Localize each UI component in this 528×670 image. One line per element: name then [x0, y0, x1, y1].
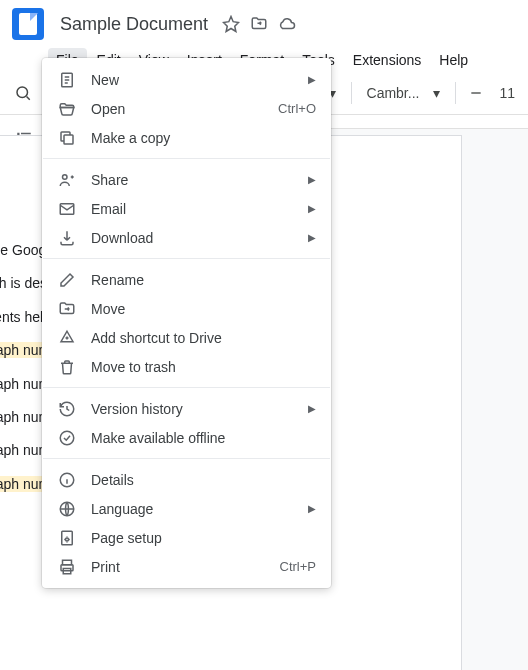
- menuitem-language[interactable]: Language ▶: [43, 494, 330, 523]
- menuitem-email[interactable]: Email ▶: [43, 194, 330, 223]
- submenu-arrow-icon: ▶: [308, 74, 316, 85]
- download-icon: [57, 228, 77, 248]
- menuitem-label: Make available offline: [91, 430, 316, 446]
- menu-separator: [43, 258, 330, 259]
- submenu-arrow-icon: ▶: [308, 232, 316, 243]
- menu-separator: [43, 158, 330, 159]
- title-bar: Sample Document: [0, 0, 528, 48]
- menuitem-make-copy[interactable]: Make a copy: [43, 123, 330, 152]
- toolbar-divider: [351, 82, 352, 104]
- person-plus-icon: [57, 170, 77, 190]
- menuitem-label: Move to trash: [91, 359, 316, 375]
- font-dropdown-label: Cambr...: [367, 85, 420, 101]
- submenu-arrow-icon: ▶: [308, 403, 316, 414]
- menuitem-page-setup[interactable]: Page setup: [43, 523, 330, 552]
- menuitem-label: Page setup: [91, 530, 316, 546]
- pencil-icon: [57, 270, 77, 290]
- new-doc-icon: [57, 70, 77, 90]
- menuitem-label: Share: [91, 172, 308, 188]
- page-setup-icon: [57, 528, 77, 548]
- menuitem-rename[interactable]: Rename: [43, 265, 330, 294]
- menuitem-label: Details: [91, 472, 316, 488]
- submenu-arrow-icon: ▶: [308, 203, 316, 214]
- menuitem-label: Rename: [91, 272, 316, 288]
- svg-point-0: [17, 87, 28, 98]
- menuitem-label: Make a copy: [91, 130, 316, 146]
- menuitem-label: Language: [91, 501, 308, 517]
- menuitem-download[interactable]: Download ▶: [43, 223, 330, 252]
- menu-help[interactable]: Help: [431, 48, 476, 72]
- search-menus-button[interactable]: [10, 80, 36, 106]
- menuitem-label: Download: [91, 230, 308, 246]
- chevron-down-icon: ▾: [433, 85, 440, 101]
- menuitem-print[interactable]: Print Ctrl+P: [43, 552, 330, 581]
- menuitem-label: Version history: [91, 401, 308, 417]
- menuitem-trash[interactable]: Move to trash: [43, 352, 330, 381]
- docs-logo-icon[interactable]: [12, 8, 44, 40]
- font-size-input[interactable]: 11: [496, 82, 518, 104]
- menuitem-move[interactable]: Move: [43, 294, 330, 323]
- toolbar-divider: [455, 82, 456, 104]
- menuitem-label: Move: [91, 301, 316, 317]
- font-dropdown[interactable]: Cambr...▾: [360, 82, 448, 104]
- menuitem-shortcut: Ctrl+O: [278, 101, 316, 116]
- drive-shortcut-icon: [57, 328, 77, 348]
- menu-extensions[interactable]: Extensions: [345, 48, 429, 72]
- menuitem-label: Print: [91, 559, 280, 575]
- trash-icon: [57, 357, 77, 377]
- menuitem-offline[interactable]: Make available offline: [43, 423, 330, 452]
- move-folder-icon[interactable]: [250, 15, 268, 33]
- submenu-arrow-icon: ▶: [308, 503, 316, 514]
- document-title[interactable]: Sample Document: [56, 12, 212, 37]
- mail-icon: [57, 199, 77, 219]
- menuitem-label: Open: [91, 101, 278, 117]
- copy-icon: [57, 128, 77, 148]
- folder-move-icon: [57, 299, 77, 319]
- menuitem-label: Email: [91, 201, 308, 217]
- decrease-font-button[interactable]: [464, 81, 488, 105]
- star-icon[interactable]: [222, 15, 240, 33]
- menu-separator: [43, 387, 330, 388]
- menuitem-new[interactable]: New ▶: [43, 65, 330, 94]
- svg-point-11: [60, 431, 74, 445]
- history-icon: [57, 399, 77, 419]
- menuitem-label: Add shortcut to Drive: [91, 330, 316, 346]
- menuitem-open[interactable]: Open Ctrl+O: [43, 94, 330, 123]
- offline-icon: [57, 428, 77, 448]
- folder-open-icon: [57, 99, 77, 119]
- menuitem-label: New: [91, 72, 308, 88]
- font-size-value: 11: [499, 85, 515, 101]
- print-icon: [57, 557, 77, 577]
- svg-point-15: [66, 538, 69, 541]
- menuitem-share[interactable]: Share ▶: [43, 165, 330, 194]
- menu-separator: [43, 458, 330, 459]
- menuitem-shortcut: Ctrl+P: [280, 559, 316, 574]
- info-icon: [57, 470, 77, 490]
- menuitem-version-history[interactable]: Version history ▶: [43, 394, 330, 423]
- submenu-arrow-icon: ▶: [308, 174, 316, 185]
- globe-icon: [57, 499, 77, 519]
- svg-rect-8: [64, 135, 73, 144]
- menuitem-details[interactable]: Details: [43, 465, 330, 494]
- file-dropdown-menu: New ▶ Open Ctrl+O Make a copy Share ▶ Em…: [42, 58, 331, 588]
- cloud-status-icon[interactable]: [278, 15, 296, 33]
- menuitem-add-shortcut[interactable]: Add shortcut to Drive: [43, 323, 330, 352]
- svg-point-9: [63, 174, 68, 179]
